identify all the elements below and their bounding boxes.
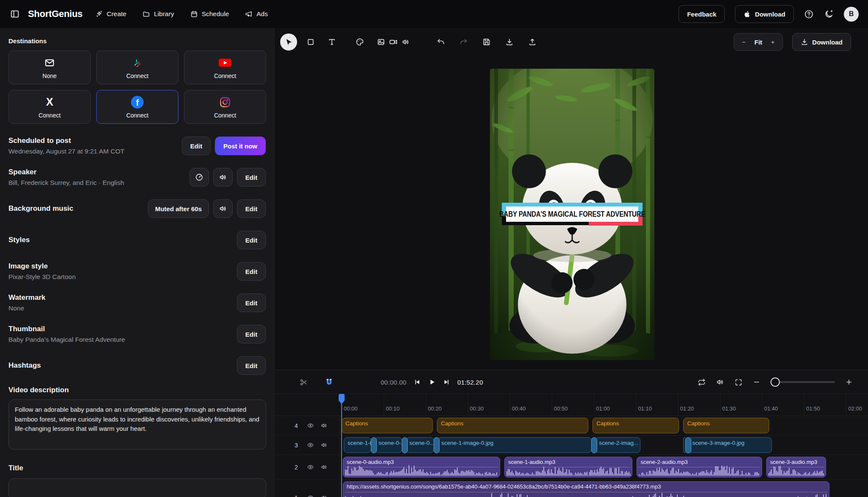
audio-clip[interactable]: scene-3-audio.mp3	[766, 457, 826, 477]
styles-edit-button[interactable]: Edit	[237, 231, 266, 249]
speaker-edit-button[interactable]: Edit	[237, 168, 266, 187]
clip-label: Captions	[684, 418, 768, 429]
destination-card-tiktok[interactable]: ♪Connect	[96, 50, 178, 84]
zoom-out-button[interactable]: −	[737, 35, 751, 49]
image-clip[interactable]: scene-3-image-0.jpg	[688, 437, 771, 453]
track-mute-toggle[interactable]	[319, 436, 328, 455]
timeline-zoom-slider[interactable]	[771, 381, 835, 383]
sidebar-toggle-icon[interactable]	[8, 7, 22, 21]
captions-clip[interactable]: Captions	[342, 418, 433, 433]
transition-handle[interactable]	[371, 437, 377, 453]
captions-clip[interactable]: Captions	[593, 418, 679, 433]
audio-clip[interactable]: scene-0-audio.mp3	[343, 457, 500, 477]
select-tool[interactable]	[280, 34, 297, 50]
redo-button[interactable]	[456, 34, 471, 50]
timeline-volume-button[interactable]	[716, 378, 724, 386]
app-download-button[interactable]: Download	[735, 5, 794, 23]
destination-card-instagram[interactable]: Connect	[184, 90, 266, 124]
playhead[interactable]	[341, 395, 342, 497]
track-mute-toggle[interactable]	[319, 416, 328, 435]
speaker-volume-button[interactable]	[213, 168, 233, 187]
transition-handle[interactable]	[685, 437, 691, 453]
timeline-zoom-in-button[interactable]	[845, 378, 853, 386]
track-visibility-toggle[interactable]	[306, 455, 315, 479]
skip-forward-button[interactable]	[443, 378, 451, 386]
audio-waveform	[345, 467, 498, 476]
transition-handle[interactable]	[434, 437, 440, 453]
destination-card-x[interactable]: XConnect	[8, 90, 91, 124]
user-avatar[interactable]: B	[844, 7, 859, 22]
music-volume-button[interactable]	[213, 199, 233, 218]
nav-item-schedule[interactable]: Schedule	[190, 10, 229, 18]
image-clip[interactable]: scene-2-imag...	[595, 437, 640, 453]
shape-tool[interactable]	[303, 34, 318, 50]
download-tool[interactable]	[502, 34, 517, 50]
slider-knob[interactable]	[771, 377, 780, 387]
track-mute-toggle[interactable]	[319, 480, 328, 497]
image-tool[interactable]	[375, 34, 387, 50]
image-style-edit-button[interactable]: Edit	[237, 262, 266, 281]
title-input[interactable]	[8, 478, 266, 497]
captions-clip[interactable]: Captions	[437, 418, 588, 433]
track-visibility-toggle[interactable]	[306, 480, 315, 497]
theme-toggle-button[interactable]	[824, 9, 834, 19]
track-visibility-toggle[interactable]	[306, 416, 315, 435]
audio-tool[interactable]	[400, 34, 411, 50]
post-it-now-button[interactable]: Post it now	[215, 137, 266, 155]
upload-tool[interactable]	[525, 34, 540, 50]
image-clip[interactable]: scene-1-image-0.jpg	[437, 437, 592, 453]
image-style-section: Image style Pixar-Style 3D Cartoon Edit	[8, 262, 266, 281]
timeline-ruler[interactable]: 00:0000:1000:2000:3000:4000:5001:0001:10…	[275, 394, 868, 416]
hashtags-edit-button[interactable]: Edit	[237, 356, 266, 375]
zoom-fit-label[interactable]: Fit	[751, 39, 765, 46]
audio-clip[interactable]: scene-1-audio.mp3	[504, 457, 633, 477]
help-button[interactable]	[804, 9, 814, 19]
watermark-edit-button[interactable]: Edit	[237, 293, 266, 312]
nav-item-create[interactable]: Create	[95, 10, 127, 18]
destination-card-youtube[interactable]: Connect	[184, 50, 266, 84]
track-number: 1	[291, 480, 301, 497]
play-button[interactable]	[428, 378, 436, 386]
brand-logo[interactable]: ShortGenius	[28, 8, 83, 20]
snap-button[interactable]	[325, 378, 334, 387]
fullscreen-button[interactable]	[734, 378, 743, 386]
feedback-button[interactable]: Feedback	[679, 5, 725, 23]
track-mute-toggle[interactable]	[319, 455, 328, 479]
style-tool[interactable]	[352, 34, 367, 50]
split-button[interactable]	[300, 378, 308, 386]
video-description-input[interactable]: Follow an adorable baby panda on an unfo…	[8, 399, 266, 450]
title-banner[interactable]: BABY PANDA'S MAGICAL FOREST ADVENTURE	[502, 203, 643, 226]
speaker-value: Bill, Frederick Surrey, and Eric · Engli…	[8, 179, 124, 187]
scheduled-edit-button[interactable]: Edit	[182, 137, 211, 155]
speaker-speed-button[interactable]	[189, 168, 209, 187]
destination-card-email[interactable]: None	[8, 50, 91, 84]
skip-back-button[interactable]	[413, 378, 421, 386]
music-clip[interactable]: https://assets.shortgenius.com/songs/6ab…	[343, 481, 829, 497]
image-clip[interactable]: scene-0-...	[375, 437, 402, 453]
captions-clip[interactable]: Captions	[683, 418, 769, 433]
image-clip[interactable]: scene-0...	[406, 437, 434, 453]
audio-clip[interactable]: scene-2-audio.mp3	[637, 457, 762, 477]
timeline-zoom-out-button[interactable]	[753, 378, 760, 386]
thumbnail-edit-button[interactable]: Edit	[237, 325, 266, 343]
track-visibility-toggle[interactable]	[306, 436, 315, 455]
nav-item-library[interactable]: Library	[142, 10, 174, 18]
hashtags-title: Hashtags	[8, 361, 41, 370]
nav-item-ads[interactable]: Ads	[245, 10, 268, 18]
muted-after-button[interactable]: Muted after 60s	[148, 199, 209, 218]
video-preview[interactable]: BABY PANDA'S MAGICAL FOREST ADVENTURE	[490, 69, 654, 360]
destination-card-facebook[interactable]: fConnect	[96, 90, 178, 124]
text-tool[interactable]	[324, 34, 339, 50]
undo-button[interactable]	[433, 34, 448, 50]
thumbnail-title: Thumbnail	[8, 325, 125, 333]
image-clip[interactable]: scene-1-i...	[344, 437, 371, 453]
background-music-edit-button[interactable]: Edit	[237, 199, 266, 218]
video-tool[interactable]	[387, 34, 399, 50]
save-button[interactable]	[479, 34, 494, 50]
eye-icon	[307, 463, 314, 471]
export-download-button[interactable]: Download	[792, 33, 851, 51]
loop-button[interactable]	[698, 378, 706, 386]
zoom-in-button[interactable]: +	[765, 35, 780, 49]
transition-handle[interactable]	[402, 437, 408, 453]
transition-handle[interactable]	[591, 437, 597, 453]
